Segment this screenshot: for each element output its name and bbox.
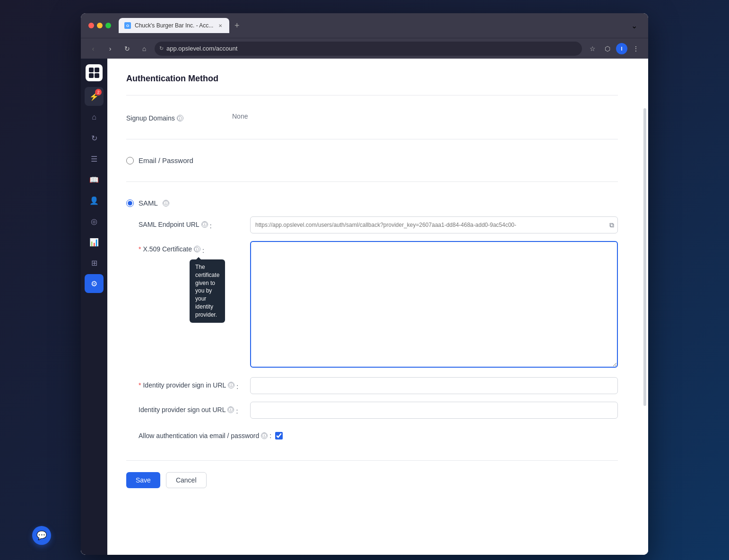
saml-endpoint-label: SAML Endpoint URL ⓘ : <box>139 216 243 230</box>
saml-endpoint-input[interactable] <box>250 216 618 233</box>
people-icon: 👤 <box>89 196 99 205</box>
mid-divider <box>126 139 618 139</box>
browser-nav: ‹ › ↻ ⌂ ↻ ☆ ⬡ I ⋮ <box>81 38 648 59</box>
main-content: Authentication Method Signup Domains ⓘ N… <box>107 59 648 555</box>
traffic-lights <box>88 23 111 28</box>
back-button[interactable]: ‹ <box>87 42 100 55</box>
signup-domains-value: None <box>232 112 248 120</box>
x509-row: X.509 Certificate ⓘ The certificate give… <box>139 241 618 370</box>
chart-icon: 📊 <box>89 238 99 247</box>
home-button[interactable]: ⌂ <box>138 42 151 55</box>
extensions-icon[interactable]: ⬡ <box>601 42 614 55</box>
allow-email-label: Allow authentication via email / passwor… <box>139 432 271 439</box>
sidebar-item-refresh[interactable]: ↻ <box>85 129 104 147</box>
tab-favicon: O <box>124 22 131 29</box>
forward-button[interactable]: › <box>104 42 117 55</box>
svg-rect-0 <box>89 68 94 72</box>
page-section: Authentication Method Signup Domains ⓘ N… <box>126 74 618 492</box>
saml-info-icon[interactable]: ⓘ <box>163 200 169 207</box>
saml-endpoint-row: SAML Endpoint URL ⓘ : ⧉ <box>139 216 618 233</box>
sidebar-item-catalog[interactable]: 📖 <box>85 170 104 189</box>
idp-signout-row: Identity provider sign out URL ⓘ : <box>139 402 618 419</box>
sidebar-item-people[interactable]: 👤 <box>85 191 104 210</box>
sidebar-item-checks[interactable]: ◎ <box>85 212 104 231</box>
active-browser-tab[interactable]: O Chuck's Burger Bar Inc. - Acc... ✕ <box>119 18 229 33</box>
chat-bubble-button[interactable]: 💬 <box>32 526 51 545</box>
cancel-button[interactable]: Cancel <box>166 472 207 488</box>
tab-bar: O Chuck's Burger Bar Inc. - Acc... ✕ + <box>119 18 627 33</box>
grid-icon: ⊞ <box>91 258 97 267</box>
app-logo[interactable] <box>86 64 103 81</box>
home-icon: ⌂ <box>92 113 96 121</box>
idp-signin-label: Identity provider sign in URL ⓘ : <box>139 377 243 390</box>
email-password-label: Email / Password <box>139 156 193 164</box>
save-button[interactable]: Save <box>126 472 160 488</box>
idp-signout-input[interactable] <box>250 402 618 419</box>
svg-rect-2 <box>89 73 94 78</box>
svg-rect-3 <box>95 73 99 78</box>
refresh-icon: ↻ <box>91 134 97 143</box>
profile-avatar[interactable]: I <box>616 43 627 54</box>
saml-fields: SAML Endpoint URL ⓘ : ⧉ <box>126 216 618 445</box>
sidebar-item-integrations[interactable]: ⊞ <box>85 253 104 272</box>
bookmark-icon[interactable]: ☆ <box>586 42 599 55</box>
idp-signin-input-wrap <box>250 377 618 394</box>
signup-domains-row: Signup Domains ⓘ None <box>126 105 618 129</box>
x509-label: X.509 Certificate ⓘ The certificate give… <box>139 241 243 254</box>
sidebar-item-docs[interactable]: ☰ <box>85 149 104 168</box>
saml-label: SAML <box>139 199 158 207</box>
menu-icon[interactable]: ⋮ <box>629 42 642 55</box>
saml-divider <box>126 181 618 182</box>
check-circle-icon: ◎ <box>91 217 97 226</box>
expand-icon: ⌄ <box>631 21 641 30</box>
email-password-option[interactable]: Email / Password <box>126 149 618 172</box>
idp-signout-info-icon[interactable]: ⓘ <box>227 406 234 413</box>
new-tab-button[interactable]: + <box>231 20 243 31</box>
sidebar: ⚡ 2 ⌂ ↻ ☰ 📖 👤 ◎ 📊 <box>81 59 107 555</box>
x509-tooltip: The certificate given to you by your ide… <box>190 259 225 323</box>
idp-signin-info-icon[interactable]: ⓘ <box>228 382 234 388</box>
tab-close-icon[interactable]: ✕ <box>217 22 224 29</box>
idp-signin-input[interactable] <box>250 377 618 394</box>
sidebar-item-home[interactable]: ⌂ <box>85 108 104 127</box>
allow-email-row: Allow authentication via email / passwor… <box>139 426 618 445</box>
svg-rect-1 <box>95 68 99 72</box>
minimize-traffic-light[interactable] <box>97 23 103 28</box>
saml-radio[interactable] <box>126 199 134 207</box>
allow-email-checkbox[interactable] <box>275 432 283 439</box>
email-password-radio[interactable] <box>126 157 134 164</box>
idp-signout-input-wrap <box>250 402 618 419</box>
sidebar-item-reports[interactable]: 📊 <box>85 233 104 251</box>
idp-signin-row: Identity provider sign in URL ⓘ : <box>139 377 618 394</box>
tab-title: Chuck's Burger Bar Inc. - Acc... <box>135 22 213 29</box>
saml-section: SAML ⓘ SAML Endpoint URL ⓘ : <box>126 191 618 453</box>
chat-icon: 💬 <box>36 530 47 541</box>
saml-endpoint-input-wrap: ⧉ <box>250 216 618 233</box>
nav-right-buttons: ☆ ⬡ I ⋮ <box>586 42 642 55</box>
idp-signout-label: Identity provider sign out URL ⓘ : <box>139 402 243 415</box>
app-layout: ⚡ 2 ⌂ ↻ ☰ 📖 👤 ◎ 📊 <box>81 59 648 555</box>
top-divider <box>126 95 618 95</box>
address-input[interactable] <box>166 45 577 52</box>
sidebar-item-settings[interactable]: ⚙ <box>85 274 104 293</box>
maximize-traffic-light[interactable] <box>105 23 111 28</box>
reload-button[interactable]: ↻ <box>121 42 134 55</box>
form-buttons: Save Cancel <box>126 460 618 492</box>
book-icon: 📖 <box>89 175 99 184</box>
section-title: Authentication Method <box>126 74 618 84</box>
x509-textarea[interactable] <box>250 241 618 368</box>
x509-input-wrap <box>250 241 618 370</box>
x509-info-icon[interactable]: ⓘ The certificate given to you by your i… <box>194 246 200 252</box>
saml-endpoint-info-icon[interactable]: ⓘ <box>201 221 208 228</box>
allow-email-info-icon[interactable]: ⓘ <box>261 432 268 439</box>
address-bar-container: ↻ <box>155 42 582 56</box>
document-icon: ☰ <box>91 155 97 164</box>
copy-icon[interactable]: ⧉ <box>609 221 614 229</box>
scrollbar[interactable] <box>643 108 646 406</box>
sidebar-item-notifications[interactable]: ⚡ 2 <box>85 87 104 106</box>
close-traffic-light[interactable] <box>88 23 94 28</box>
settings-icon: ⚙ <box>91 279 97 288</box>
signup-domains-label: Signup Domains ⓘ <box>126 112 221 122</box>
signup-domains-info-icon[interactable]: ⓘ <box>177 115 183 121</box>
browser-titlebar: O Chuck's Burger Bar Inc. - Acc... ✕ + ⌄ <box>81 13 648 38</box>
